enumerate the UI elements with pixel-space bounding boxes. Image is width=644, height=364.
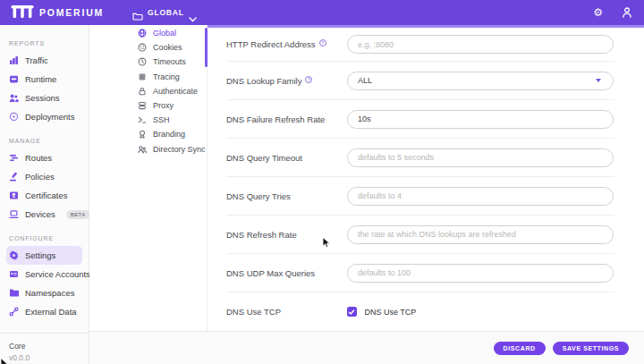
subnav-item-label: Cookies — [153, 43, 182, 52]
field-label: DNS Use TCP — [226, 307, 347, 317]
subnav-item-label: Global — [153, 29, 176, 38]
field-label: DNS Lookup Family? — [226, 76, 347, 86]
subnav-item-label: Branding — [153, 130, 185, 139]
sidebar-item-label: Certificates — [25, 190, 68, 200]
pomerium-logo-icon — [11, 5, 34, 20]
checkbox-label: DNS Use TCP — [365, 308, 417, 317]
subnav-item-branding[interactable]: Branding — [89, 127, 207, 141]
sidebar-item-policies[interactable]: Policies — [0, 167, 89, 186]
field-label: DNS UDP Max Queries — [226, 268, 347, 278]
external-data-icon — [9, 307, 19, 317]
subnav-item-label: Authenticate — [153, 87, 198, 96]
http-redirect-address-input[interactable] — [347, 35, 614, 54]
sidebar-footer: Core v0.0.0 — [0, 333, 89, 362]
settings-form: HTTP Redirect Address? DNS Lookup Family… — [208, 28, 644, 331]
sidebar-item-service-accounts[interactable]: Service Accounts — [0, 265, 89, 284]
sidebar-item-label: External Data — [25, 307, 77, 317]
folder-icon — [132, 8, 143, 17]
settings-subnav: Global Cookies Timeouts Tracing — [89, 25, 208, 331]
dns-use-tcp-checkbox[interactable] — [347, 307, 357, 317]
tracing-icon — [138, 72, 147, 81]
subnav-item-directory-sync[interactable]: Directory Sync — [89, 142, 207, 157]
sidebar-item-settings[interactable]: Settings — [6, 246, 82, 265]
subnav-item-cookies[interactable]: Cookies — [89, 40, 207, 55]
dns-query-tries-input[interactable] — [347, 187, 614, 206]
brand-name: POMERIUM — [39, 7, 104, 18]
dns-query-timeout-input[interactable] — [347, 148, 614, 167]
people-sync-icon — [138, 145, 147, 154]
clock-icon — [138, 57, 147, 66]
help-icon[interactable]: ? — [305, 76, 312, 83]
progress-bar — [208, 25, 644, 28]
sidebar-item-namespaces[interactable]: Namespaces — [0, 284, 89, 302]
form-row-dns-lookup-family: DNS Lookup Family? ALL — [226, 62, 614, 100]
sidebar-item-label: Policies — [25, 172, 55, 182]
subnav-item-label: Directory Sync — [153, 145, 206, 154]
app-bar: POMERIUM GLOBAL ⚙ — [0, 0, 644, 25]
subnav-item-label: Timeouts — [153, 57, 186, 66]
sidebar-item-label: Deployments — [25, 112, 74, 122]
lock-icon — [138, 87, 147, 96]
dns-failure-refresh-rate-input[interactable] — [347, 110, 614, 129]
form-action-bar: DISCARD SAVE SETTINGS — [89, 331, 644, 364]
product-version: v0.0.0 — [9, 353, 89, 362]
form-row-dns-udp-max-queries: DNS UDP Max Queries — [226, 254, 614, 292]
select-value: ALL — [358, 76, 372, 85]
brand: POMERIUM — [11, 0, 104, 25]
beta-badge: BETA — [66, 210, 90, 219]
sidebar-item-certificates[interactable]: Certificates — [0, 186, 89, 205]
field-label: DNS Query Tries — [226, 191, 347, 201]
sidebar-item-label: Service Accounts — [25, 269, 90, 279]
subnav-item-global[interactable]: Global — [89, 26, 207, 40]
sidebar-item-sessions[interactable]: Sessions — [0, 89, 89, 107]
field-label: DNS Query Timeout — [226, 153, 347, 163]
sidebar-item-label: Runtime — [25, 74, 56, 84]
form-row-dns-refresh-rate: DNS Refresh Rate — [226, 216, 614, 254]
routes-icon — [9, 153, 19, 163]
sidebar-section-manage: MANAGE — [9, 126, 89, 144]
help-icon[interactable]: ? — [319, 39, 326, 47]
gear-icon[interactable]: ⚙ — [593, 7, 603, 18]
field-label: DNS Failure Refresh Rate — [226, 114, 347, 124]
subnav-item-label: SSH — [153, 115, 170, 124]
subnav-item-label: Proxy — [153, 101, 174, 110]
subnav-item-authenticate[interactable]: Authenticate — [89, 84, 207, 98]
sidebar-item-label: Namespaces — [25, 288, 74, 298]
person-icon[interactable] — [621, 6, 633, 19]
sidebar-section-configure: CONFIGURE — [9, 224, 89, 241]
sidebar-item-runtime[interactable]: Runtime — [0, 70, 89, 89]
discard-button[interactable]: DISCARD — [494, 342, 546, 355]
sidebar-item-devices[interactable]: Devices BETA — [0, 205, 89, 224]
subnav-item-timeouts[interactable]: Timeouts — [89, 55, 207, 69]
form-row-dns-query-timeout: DNS Query Timeout — [226, 139, 614, 177]
sidebar-item-traffic[interactable]: Traffic — [0, 51, 89, 70]
chevron-down-icon — [189, 10, 197, 15]
server-stack-icon — [138, 101, 147, 110]
dns-udp-max-queries-input[interactable] — [347, 264, 614, 283]
settings-gear-icon — [9, 250, 19, 260]
form-row-dns-query-tries: DNS Query Tries — [226, 177, 614, 216]
subnav-item-tracing[interactable]: Tracing — [89, 70, 207, 84]
devices-icon — [9, 209, 19, 219]
subnav-item-proxy[interactable]: Proxy — [89, 98, 207, 113]
policies-icon — [9, 172, 19, 182]
dns-lookup-family-select[interactable]: ALL — [347, 72, 614, 90]
subnav-item-ssh[interactable]: SSH — [89, 113, 207, 127]
sidebar-item-label: Traffic — [25, 55, 48, 65]
certificates-icon — [9, 190, 19, 200]
sidebar-item-routes[interactable]: Routes — [0, 148, 89, 167]
medal-icon — [138, 130, 147, 139]
save-settings-button[interactable]: SAVE SETTINGS — [553, 342, 629, 355]
mouse-cursor — [322, 236, 332, 252]
dns-refresh-rate-input[interactable] — [347, 225, 614, 244]
sidebar-item-external-data[interactable]: External Data — [0, 302, 89, 321]
globe-icon — [138, 29, 147, 38]
service-accounts-icon — [9, 269, 19, 279]
form-row-dns-use-tcp: DNS Use TCP DNS Use TCP — [226, 292, 614, 331]
environment-selector[interactable]: GLOBAL — [132, 0, 197, 25]
deployments-icon — [9, 112, 19, 122]
sidebar-item-label: Sessions — [25, 93, 60, 103]
sidebar-item-deployments[interactable]: Deployments — [0, 107, 89, 126]
sidebar-section-reports: REPORTS — [9, 25, 89, 47]
field-label: HTTP Redirect Address? — [226, 39, 347, 49]
